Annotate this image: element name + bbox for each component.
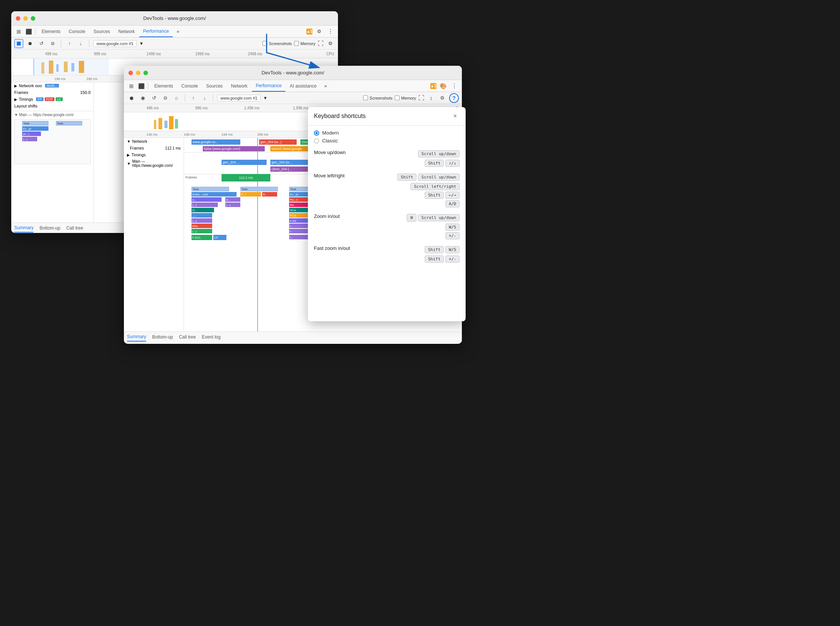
shortcut-keys-ad: A/D [445, 200, 460, 207]
fg-task-1: Task [192, 187, 229, 191]
fg-device-icon[interactable]: ⬛ [137, 81, 146, 91]
fg-sidebar-main-label: Main — https://www.google.com/ [132, 159, 181, 167]
shortcut-keys-lr-3: Shift ←/→ [425, 192, 460, 199]
bg-upload-btn[interactable]: ↑ [65, 39, 74, 48]
fg-sidebar-frames[interactable]: Frames 112.1 ms [124, 145, 184, 152]
fg-bottom-calltree[interactable]: Call tree [179, 333, 196, 341]
fg-record-sep1 [185, 94, 185, 102]
bg-screenshots-box [262, 41, 267, 46]
bg-tab-sep [35, 28, 36, 35]
fg-bottom-bottomup[interactable]: Bottom-up [152, 333, 173, 341]
shortcut-fz-shift-2: Shift [425, 255, 444, 263]
bg-tab-elements[interactable]: Elements [38, 25, 64, 37]
fg-bottom-summary[interactable]: Summary [127, 333, 146, 341]
fg-window-title: DevTools - www.google.com/ [262, 70, 325, 75]
fg-title-bar: DevTools - www.google.com/ [124, 66, 462, 80]
fg-tab-sources[interactable]: Sources [202, 80, 226, 92]
fg-upload-btn[interactable]: ↑ [189, 94, 198, 103]
shortcut-lr-shift-1: Shift [397, 174, 417, 181]
fg-customize-icon[interactable]: 🎨 [439, 81, 448, 91]
shortcut-row-fastzoom-1: Fast zoom in/out Shift W/S [314, 246, 460, 254]
fg-minimize-btn[interactable] [136, 70, 141, 75]
bg-tab-network[interactable]: Network [114, 25, 139, 37]
bg-settings-icon[interactable]: ⚙ [315, 27, 324, 36]
bg-bottom-summary[interactable]: Summary [14, 224, 33, 233]
bg-bottom-bottomup[interactable]: Bottom-up [39, 224, 60, 232]
fg-reload-btn[interactable]: ↺ [150, 94, 158, 103]
bg-sidebar-timings[interactable]: ▶ Timings FP FCP LC [11, 96, 94, 103]
bg-tab-sources[interactable]: Sources [90, 25, 114, 37]
shortcut-fastzoom-title: Fast zoom in/out [314, 246, 350, 251]
bg-bottom-calltree[interactable]: Call tree [66, 224, 83, 232]
bg-maximize-btn[interactable] [31, 16, 35, 21]
fg-anon2: (...) [192, 202, 218, 207]
fg-more-icon[interactable]: ⋮ [450, 81, 459, 91]
fg-sidebar-network[interactable]: ▼ Network [124, 138, 184, 145]
bg-cpu-label: CPU [326, 52, 334, 56]
fg-ruler-2: 1,496 ms [244, 106, 259, 110]
shortcuts-classic-radio[interactable] [314, 138, 319, 144]
bg-screenshots-checkbox[interactable]: Screenshots [262, 41, 292, 46]
bg-more-tabs-icon[interactable]: » [173, 27, 183, 36]
bg-perf-settings-icon[interactable]: ⚙ [326, 39, 335, 48]
fg-bottom-eventlog[interactable]: Event log [201, 333, 220, 341]
fg-perf-settings-icon[interactable]: ⚙ [438, 94, 447, 103]
bg-url-display: www.google.com #1 [93, 40, 137, 47]
shortcuts-panel: Keyboard shortcuts × Modern Classic Move… [308, 107, 465, 321]
fg-url-display: www.google.com #1 [217, 95, 261, 102]
bg-inspect-icon[interactable]: ⊞ [14, 27, 23, 36]
bg-reload-btn[interactable]: ↺ [37, 39, 46, 48]
bg-minimize-btn[interactable] [23, 16, 28, 21]
fg-tab-console[interactable]: Console [178, 80, 201, 92]
fg-maximize-btn[interactable] [144, 70, 148, 75]
bg-device-icon[interactable]: ⬛ [24, 27, 33, 36]
fg-capture-icon[interactable]: ⛶ [418, 95, 424, 102]
fg-tab-ai[interactable]: AI assistance [286, 80, 320, 92]
fg-task-2: Task [240, 187, 278, 191]
shortcuts-mode-modern[interactable]: Modern [314, 130, 460, 136]
bg-reload-record-btn[interactable]: ⏺ [25, 39, 34, 48]
shortcut-lr-scroll: Scroll up/down [418, 174, 460, 181]
fg-home-btn[interactable]: ⌂ [172, 94, 181, 103]
shortcut-fz-plusminus: +/- [445, 255, 460, 263]
bg-sidebar-network[interactable]: ▶ Network ooo deskt... [11, 82, 94, 89]
bg-tab-performance[interactable]: Performance [139, 25, 173, 37]
svg-rect-12 [175, 119, 178, 128]
shortcuts-modern-radio[interactable] [314, 130, 319, 136]
shortcut-zoom-title: Zoom in/out [314, 213, 340, 219]
shortcuts-mode-classic[interactable]: Classic [314, 138, 460, 144]
fg-help-icon[interactable]: ? [449, 93, 459, 103]
bg-sidebar-layout-shifts[interactable]: Layout shifts [11, 103, 94, 110]
shortcut-move-leftright: Move left/right Shift Scroll up/down Scr… [314, 173, 460, 207]
fg-throttle-icon[interactable]: ↕ [426, 94, 436, 103]
bg-clear-btn[interactable]: ⊘ [48, 39, 57, 48]
fg-url-dropdown[interactable]: ▼ [263, 95, 267, 101]
bg-sidebar-frames[interactable]: Frames 150.0 [11, 89, 94, 96]
fg-sidebar-timings[interactable]: ▶ Timings [124, 152, 184, 158]
bg-capture-icon[interactable]: ⛶ [318, 40, 324, 47]
fg-download-btn[interactable]: ↓ [200, 94, 209, 103]
bg-more-icon[interactable]: ⋮ [326, 27, 335, 36]
shortcuts-close-btn[interactable]: × [451, 112, 460, 121]
fg-tab-elements[interactable]: Elements [151, 80, 177, 92]
fg-tab-network[interactable]: Network [227, 80, 251, 92]
bg-memory-checkbox[interactable]: Memory [294, 41, 315, 46]
bg-record-btn[interactable]: ⏹ [14, 39, 23, 48]
bg-tab-console[interactable]: Console [65, 25, 89, 37]
fg-sidebar-main[interactable]: ▼ Main — https://www.google.com/ [124, 158, 184, 169]
fg-inspect-icon[interactable]: ⊞ [127, 81, 136, 91]
fg-tab-performance[interactable]: Performance [252, 80, 286, 92]
bg-close-btn[interactable] [16, 16, 20, 21]
bg-panel-sidebar: ▶ Network ooo deskt... Frames 150.0 ▶ Ti… [11, 82, 94, 230]
fg-anon-a: a... [192, 197, 222, 202]
fg-reload-record-btn[interactable]: ◉ [138, 94, 147, 103]
bg-download-btn[interactable]: ↓ [76, 39, 85, 48]
fg-more-tabs-icon[interactable]: » [321, 81, 330, 91]
bg-url-dropdown[interactable]: ▼ [139, 41, 144, 46]
fg-clear-btn[interactable]: ⊘ [161, 94, 170, 103]
fg-close-btn[interactable] [128, 70, 133, 75]
fg-screenshots-checkbox[interactable]: Screenshots [363, 95, 392, 100]
fg-record-btn[interactable]: ⏺ [127, 94, 136, 103]
bg-memory-label: Memory [300, 41, 315, 46]
fg-memory-checkbox[interactable]: Memory [395, 95, 416, 100]
